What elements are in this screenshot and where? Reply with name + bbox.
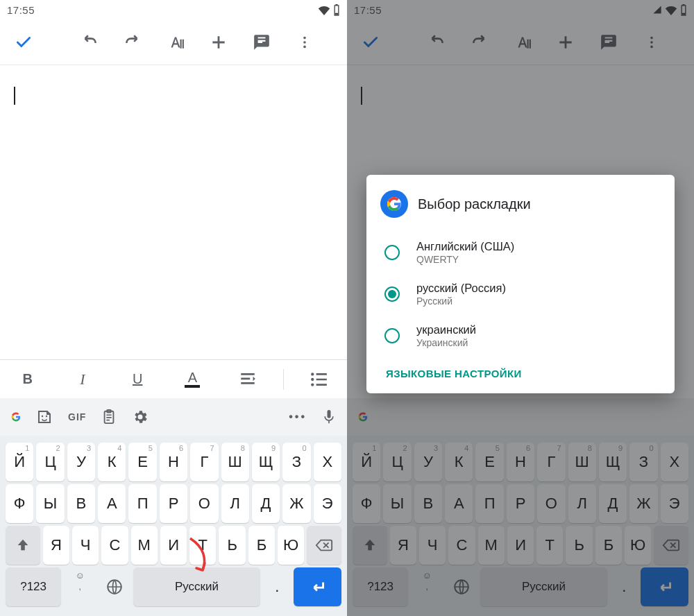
dialog-header: Выбор раскладки xyxy=(380,190,661,218)
key-Ч[interactable]: Ч xyxy=(72,526,99,565)
gboard-app-icon xyxy=(380,190,408,218)
overflow-button[interactable] xyxy=(285,23,324,62)
redo-button[interactable] xyxy=(113,23,152,62)
align-button[interactable] xyxy=(228,360,267,399)
language-key[interactable] xyxy=(99,567,130,606)
key-Р[interactable]: Р xyxy=(160,484,187,523)
undo-button[interactable] xyxy=(70,23,109,62)
key-К[interactable]: К4 xyxy=(98,443,126,481)
language-settings-button[interactable]: ЯЗЫКОВЫЕ НАСТРОЙКИ xyxy=(380,357,661,384)
key-Ы[interactable]: Ы xyxy=(36,484,64,523)
text-cursor xyxy=(14,87,15,105)
svg-point-5 xyxy=(311,377,314,380)
add-button[interactable] xyxy=(199,23,238,62)
key-Ж[interactable]: Ж xyxy=(282,484,310,523)
option-labels: украинскийУкраинский xyxy=(416,323,476,348)
clipboard-icon[interactable] xyxy=(97,409,121,425)
enter-key[interactable] xyxy=(294,567,341,606)
gear-icon[interactable] xyxy=(128,409,153,425)
svg-point-4 xyxy=(311,373,314,375)
option-main: русский (Россия) xyxy=(416,282,506,295)
list-button[interactable] xyxy=(300,360,339,399)
key-Ф[interactable]: Ф xyxy=(6,484,33,523)
key-С[interactable]: С xyxy=(101,526,128,565)
keyboard-suggestions: GIF ••• xyxy=(0,398,347,436)
key-О[interactable]: О xyxy=(190,484,218,523)
emoji-key[interactable]: ,☺ xyxy=(64,567,96,606)
key-Э[interactable]: Э xyxy=(314,484,341,523)
key-З[interactable]: З0 xyxy=(282,443,310,481)
option-labels: русский (Россия)Русский xyxy=(416,282,506,307)
key-Ц[interactable]: Ц2 xyxy=(36,443,64,481)
period-key[interactable]: . xyxy=(263,567,291,606)
gif-button[interactable]: GIF xyxy=(64,411,90,422)
underline-button[interactable]: U xyxy=(118,360,157,399)
battery-icon xyxy=(333,4,340,16)
backspace-key[interactable] xyxy=(307,526,341,565)
layout-picker-dialog: Выбор раскладки Английский (США)QWERTYру… xyxy=(366,175,675,393)
status-time: 17:55 xyxy=(7,4,35,16)
key-Т[interactable]: Т xyxy=(189,526,216,565)
svg-rect-11 xyxy=(328,410,331,418)
key-У[interactable]: У3 xyxy=(67,443,95,481)
key-Н[interactable]: Н6 xyxy=(160,443,187,481)
key-row-1: Й1Ц2У3К4Е5Н6Г7Ш8Щ9З0Х xyxy=(4,443,343,481)
option-sub: QWERTY xyxy=(416,254,514,265)
more-button[interactable]: ••• xyxy=(285,411,311,423)
spacebar-key[interactable]: Русский xyxy=(133,567,260,606)
layout-option-1[interactable]: русский (Россия)Русский xyxy=(380,273,661,315)
key-Ю[interactable]: Ю xyxy=(278,526,304,565)
status-icons xyxy=(318,4,340,16)
key-Щ[interactable]: Щ9 xyxy=(252,443,280,481)
key-Й[interactable]: Й1 xyxy=(6,443,33,481)
key-П[interactable]: П xyxy=(128,484,156,523)
editor-toolbar xyxy=(0,19,347,65)
document-area[interactable] xyxy=(0,65,347,359)
divider xyxy=(283,369,284,390)
phone-left: 17:55 B I U xyxy=(0,0,347,616)
key-Е[interactable]: Е5 xyxy=(128,443,156,481)
radio-icon xyxy=(384,328,400,343)
svg-point-3 xyxy=(303,45,306,48)
key-Ь[interactable]: Ь xyxy=(219,526,245,565)
symbols-key[interactable]: ?123 xyxy=(6,567,61,606)
format-bar: B I U A xyxy=(0,359,347,398)
svg-point-6 xyxy=(311,383,314,386)
shift-key[interactable] xyxy=(6,526,40,565)
comment-button[interactable] xyxy=(242,23,281,62)
radio-icon xyxy=(384,286,400,302)
option-labels: Английский (США)QWERTY xyxy=(416,240,514,265)
key-Д[interactable]: Д xyxy=(252,484,280,523)
layout-option-2[interactable]: украинскийУкраинский xyxy=(380,315,661,357)
svg-point-7 xyxy=(42,416,43,417)
svg-point-1 xyxy=(303,36,306,39)
key-Б[interactable]: Б xyxy=(248,526,275,565)
key-row-3: ЯЧСМИТЬБЮ xyxy=(4,526,343,565)
bold-button[interactable]: B xyxy=(8,360,47,399)
key-Ш[interactable]: Ш8 xyxy=(221,443,249,481)
key-Х[interactable]: Х xyxy=(314,443,341,481)
italic-button[interactable]: I xyxy=(63,360,102,399)
key-В[interactable]: В xyxy=(67,484,95,523)
mic-icon[interactable] xyxy=(318,409,340,425)
wifi-icon xyxy=(318,5,330,15)
option-sub: Русский xyxy=(416,296,506,307)
key-row-4: ?123 ,☺ Русский . xyxy=(4,567,343,606)
text-format-button[interactable] xyxy=(156,23,195,62)
svg-point-2 xyxy=(303,41,306,44)
key-И[interactable]: И xyxy=(160,526,187,565)
key-Л[interactable]: Л xyxy=(221,484,249,523)
key-М[interactable]: М xyxy=(131,526,158,565)
text-color-button[interactable]: A xyxy=(173,360,212,399)
keyboard: Й1Ц2У3К4Е5Н6Г7Ш8Щ9З0Х ФЫВАПРОЛДЖЭ ЯЧСМИТ… xyxy=(0,436,347,616)
layout-option-0[interactable]: Английский (США)QWERTY xyxy=(380,232,661,273)
sticker-icon[interactable] xyxy=(32,409,57,425)
key-А[interactable]: А xyxy=(98,484,126,523)
key-row-2: ФЫВАПРОЛДЖЭ xyxy=(4,484,343,523)
key-Г[interactable]: Г7 xyxy=(190,443,218,481)
google-icon[interactable] xyxy=(7,408,25,426)
option-sub: Украинский xyxy=(416,337,476,348)
confirm-button[interactable] xyxy=(4,23,43,62)
key-Я[interactable]: Я xyxy=(43,526,69,565)
option-main: Английский (США) xyxy=(416,240,514,253)
